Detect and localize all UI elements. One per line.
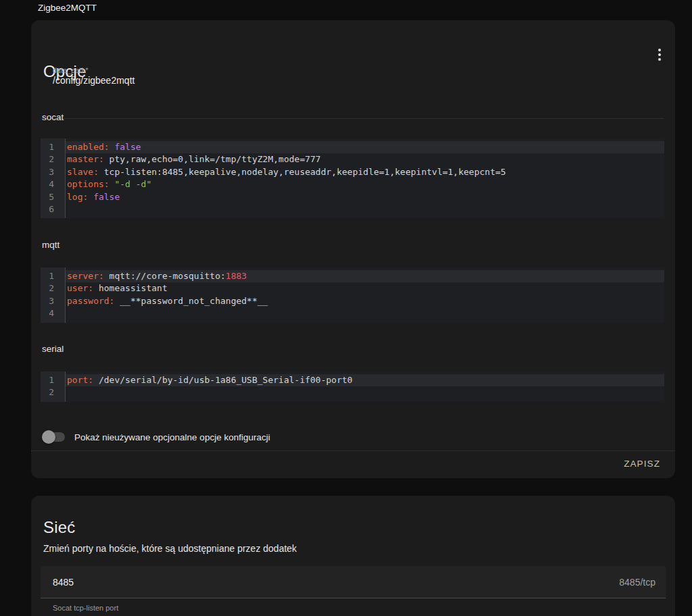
code-line[interactable]: slave: tcp-listen:8485,keepalive,nodelay…	[66, 166, 664, 178]
line-number: 3	[41, 295, 65, 307]
code-line[interactable]	[66, 203, 664, 215]
host-port-field: 8485/tcp	[41, 566, 666, 598]
code-line[interactable]	[66, 307, 664, 319]
token-key: password:	[67, 296, 114, 306]
line-number: 1	[41, 374, 65, 386]
code-area[interactable]: enabled: falsemaster: pty,raw,echo=0,lin…	[66, 138, 664, 218]
code-line[interactable]: password: __**password_not_changed**__	[66, 295, 664, 307]
network-card-title: Sieć	[43, 518, 76, 537]
save-button[interactable]: ZAPISZ	[616, 453, 668, 474]
token-text: __**password_not_changed**__	[114, 296, 268, 306]
token-text: /dev/serial/by-id/usb-1a86_USB_Serial-if…	[93, 375, 353, 385]
code-line[interactable]: user: homeassistant	[66, 282, 664, 294]
network-description: Zmień porty na hoście, które są udostępn…	[43, 543, 297, 554]
token-key: port:	[67, 375, 93, 385]
host-port-input[interactable]	[53, 577, 619, 588]
host-port-helper-text: Socat tcp-listen port	[53, 604, 118, 612]
show-unused-options-label: Pokaż nieużywane opcjonalne opcje konfig…	[74, 432, 270, 442]
code-line[interactable]: port: /dev/serial/by-id/usb-1a86_USB_Ser…	[66, 374, 664, 386]
token-key: log:	[67, 192, 88, 202]
token-text: tcp-listen:8485,keepalive,nodelay,reusea…	[99, 167, 506, 177]
toggle-thumb	[42, 430, 55, 444]
token-kw: false	[114, 142, 141, 152]
token-kw: false	[93, 192, 120, 202]
code-line[interactable]: master: pty,raw,echo=0,link=/tmp/ttyZ2M,…	[66, 153, 664, 165]
code-line[interactable]: enabled: false	[66, 141, 664, 153]
show-unused-options-row: Pokaż nieużywane opcjonalne opcje konfig…	[42, 423, 270, 451]
line-number: 5	[41, 191, 65, 203]
token-num: 1883	[226, 271, 247, 281]
line-number: 2	[41, 282, 65, 294]
token-key: user:	[67, 283, 93, 293]
yaml-editor-socat[interactable]: 123456enabled: falsemaster: pty,raw,echo…	[41, 138, 664, 218]
line-number: 3	[41, 166, 65, 178]
token-text: pty,raw,echo=0,link=/tmp/ttyZ2M,mode=777	[104, 154, 321, 164]
kebab-menu-icon	[658, 49, 661, 51]
token-key: enabled:	[67, 142, 109, 152]
data-path-label: data_path*	[53, 66, 89, 74]
token-key: slave:	[67, 167, 99, 177]
section-label-serial: serial	[42, 344, 64, 354]
code-line[interactable]	[66, 386, 664, 399]
code-area[interactable]: port: /dev/serial/by-id/usb-1a86_USB_Ser…	[66, 371, 664, 402]
line-number-gutter: 12	[41, 371, 66, 402]
yaml-editor-mqtt[interactable]: 1234server: mqtt://core-mosquitto:1883us…	[41, 267, 664, 323]
network-card: Sieć Zmień porty na hoście, które są udo…	[31, 496, 675, 616]
data-path-field: data_path*	[41, 65, 664, 119]
section-label-mqtt: mqtt	[42, 240, 59, 250]
token-text: mqtt://core-mosquitto:	[104, 271, 226, 281]
token-key: master:	[67, 154, 104, 164]
section-label-socat: socat	[42, 112, 64, 122]
line-number: 4	[41, 178, 65, 190]
token-key: options:	[67, 179, 109, 189]
token-text	[88, 192, 93, 202]
code-line[interactable]: log: false	[66, 191, 664, 203]
kebab-menu-icon	[658, 58, 661, 61]
line-number: 2	[41, 386, 65, 399]
yaml-editor-serial[interactable]: 12port: /dev/serial/by-id/usb-1a86_USB_S…	[41, 371, 664, 402]
token-key: server:	[67, 271, 104, 281]
code-area[interactable]: server: mqtt://core-mosquitto:1883user: …	[66, 267, 664, 323]
token-str: "-d -d"	[114, 179, 151, 189]
show-unused-options-toggle[interactable]	[42, 430, 65, 444]
overflow-menu-button[interactable]	[650, 45, 669, 64]
line-number: 6	[41, 203, 65, 215]
line-number-gutter: 123456	[41, 138, 66, 218]
line-number: 4	[41, 307, 65, 319]
footer-divider	[31, 451, 675, 451]
line-number: 2	[41, 153, 65, 165]
token-text: homeassistant	[93, 283, 168, 293]
code-line[interactable]: options: "-d -d"	[66, 178, 664, 190]
container-port-suffix: 8485/tcp	[619, 577, 656, 588]
options-card: Opcje data_path* socat 123456enabled: fa…	[31, 20, 675, 478]
line-number: 1	[41, 141, 65, 153]
kebab-menu-icon	[658, 53, 661, 56]
line-number-gutter: 1234	[41, 267, 66, 323]
code-line[interactable]: server: mqtt://core-mosquitto:1883	[66, 270, 664, 282]
data-path-input[interactable]	[53, 75, 659, 86]
line-number: 1	[41, 270, 65, 282]
page-title: Zigbee2MQTT	[38, 3, 97, 13]
